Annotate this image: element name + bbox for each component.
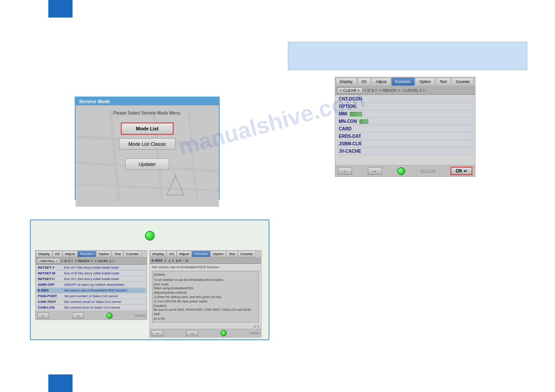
svg-marker-6 — [167, 176, 184, 195]
sp-left-list: INITSET-Y Exe of Y Dev Ass'y initial ins… — [36, 265, 147, 311]
sp-right-tab-counter[interactable]: Counter — [238, 251, 255, 257]
function-panel: Display I/O Adjust Function Option Test … — [335, 77, 475, 177]
sp-erds-value: 1 — [164, 259, 166, 263]
fp-ok-button[interactable]: OK ↵ — [450, 167, 472, 175]
sp-left-tabs: Display I/O Adjust Function Option Test … — [36, 251, 147, 258]
fp-tabs: Display I/O Adjust Function Option Test … — [335, 77, 475, 86]
sp-left-tab-counter[interactable]: Counter — [123, 251, 141, 257]
sp-right-gray-btn[interactable] — [250, 332, 259, 334]
sp-left-tab-option[interactable]: Option — [96, 251, 112, 257]
list-item-erds-dat[interactable]: ERDS-DAT — [337, 133, 473, 140]
fp-left-arrow[interactable]: ← — [338, 167, 352, 175]
sp-left-tab-test[interactable]: Test — [112, 251, 123, 257]
sp-erds-notes: [Details] To set whether to use the Embe… — [152, 271, 259, 323]
tab-adjust[interactable]: Adjust — [372, 78, 391, 86]
fp-right-arrow[interactable]: → — [368, 167, 382, 175]
fp-bottom-bar: ← → OK ↵ — [335, 165, 475, 176]
sp-right-left-arrow[interactable]: ← — [152, 330, 163, 336]
sp-item-initset-m[interactable]: INITSET-M Exe of M Dev Ass'y initial ins… — [36, 271, 146, 276]
list-item-cnt-dcon[interactable]: CNT-DCON — [337, 96, 473, 103]
list-item-card[interactable]: CARD — [337, 126, 473, 133]
sp-gray-btn[interactable] — [135, 315, 145, 316]
level-label: < LEVEL 1 > — [403, 88, 425, 93]
clear-button[interactable]: < CLEAR > — [337, 87, 363, 94]
tab-function[interactable]: Function — [392, 78, 415, 86]
sp-erds-title: Set use/no use of Embedded-RDS function — [152, 265, 259, 269]
fp-list: CNT-DCON OPTION MMI MN-CON CARD ERDS-DAT… — [335, 95, 475, 165]
sp-detail-header: E-RDS 1 -( 1 ){ 0 ~ 1} — [150, 258, 261, 264]
sp-details-text: To set whether to use the Embedded-RDS f… — [154, 278, 257, 321]
sp-left-tab-adjust[interactable]: Adjust — [62, 251, 77, 257]
sp-right-green-dot — [221, 330, 227, 336]
sp-item-pgw-port[interactable]: PGW-PORT Set port number of Sales Co's s… — [36, 294, 146, 299]
service-mode-content: Please Select Service Mode Menu. Mode Li… — [76, 105, 219, 175]
sp-item-initset-y[interactable]: INITSET-Y Exe of Y Dev Ass'y initial ins… — [36, 265, 146, 270]
sp-item-e-rds[interactable]: E-RDS Set use/no use of Embedded-RDS fun… — [36, 288, 146, 293]
sp-left-bottom-bar: ← → — [36, 311, 147, 320]
mode-list-classic-button[interactable]: Mode List Classic — [119, 138, 175, 150]
sp-right-tab-display[interactable]: Display — [150, 251, 167, 257]
sp-green-dot — [106, 313, 112, 319]
list-item-jv-cache[interactable]: JV-CACHE — [337, 148, 473, 155]
sp-item-com-test[interactable]: COM-TEST Dis connect result w/ Sales Co'… — [36, 299, 146, 305]
sp-right-bottom-bar: ← → — [150, 329, 261, 337]
info-box — [288, 42, 527, 70]
tab-io[interactable]: I/O — [358, 78, 371, 86]
sp-left-tab-io[interactable]: I/O — [52, 251, 62, 257]
tab-option[interactable]: Option — [415, 78, 435, 86]
sp-right-tab-option[interactable]: Option — [210, 251, 226, 257]
service-mode-subtitle: Please Select Service Mode Menu. — [113, 111, 181, 115]
sp-right-right-arrow[interactable]: → — [186, 330, 198, 336]
tab-counter[interactable]: Counter — [452, 78, 474, 86]
service-mode-dialog: Service Mode Please Select Service Mode … — [75, 97, 220, 200]
svg-line-5 — [76, 184, 219, 191]
updater-button[interactable]: Updater — [125, 158, 169, 170]
ready-label: < READY > — [380, 88, 400, 93]
sp-erds-range: ){ 0 ~ 1} — [176, 259, 188, 263]
sp-install-label[interactable]: <INSTALL > — [37, 258, 60, 264]
sp-erds-val2: 1 — [172, 259, 174, 263]
mode-list-button[interactable]: Mode List — [121, 122, 174, 135]
sp-detail-body: Set use/no use of Embedded-RDS function … — [150, 264, 261, 324]
tab-test[interactable]: Test — [436, 78, 451, 86]
service-mode-title: Service Mode — [76, 97, 219, 105]
fp-green-dot — [397, 167, 405, 175]
sp-right-tabs: Display I/O Adjust Function Option Test … — [150, 251, 261, 258]
sp-erds-op: -( — [168, 259, 170, 263]
blue-square-bottom — [48, 374, 73, 392]
list-item-option[interactable]: OPTION — [337, 103, 473, 110]
sp-item-ainr-off[interactable]: AINR-OFF ON/OFF of warm-up rotation deac… — [36, 282, 146, 288]
list-item-mmi[interactable]: MMI — [337, 111, 473, 118]
sp-erds-code: E-RDS — [152, 259, 163, 263]
blue-square-top — [48, 0, 73, 18]
sp-item-initset-c[interactable]: INITSET-C Exe of C Dev Ass'y initial ins… — [36, 277, 146, 282]
list-item-jsbm-clr[interactable]: JSBM-CLR — [337, 140, 473, 147]
fp-nav-bar: < CLEAR > < 2/ 3 > < READY > < LEVEL 1 > — [335, 86, 475, 95]
sub-panel-left: Display I/O Adjust Function Option Test … — [35, 250, 147, 320]
sp-right-tab-adjust[interactable]: Adjust — [177, 251, 192, 257]
sub-panel-right: Display I/O Adjust Function Option Test … — [149, 250, 261, 338]
sp-details-label: [Details] — [154, 273, 257, 277]
list-item-mn-con[interactable]: MN-CON — [337, 118, 473, 125]
sp-left-tab-display[interactable]: Display — [36, 251, 52, 257]
sp-right-tab-test[interactable]: Test — [226, 251, 238, 257]
sp-left-nav-bar: <INSTALL > < 2/ 3 > < READY > < LEVEL 1 … — [36, 258, 147, 265]
sp-left-arrow[interactable]: ← — [37, 313, 49, 319]
bp-green-dot — [145, 231, 155, 241]
tab-display[interactable]: Display — [336, 78, 357, 86]
sp-right-tab-io[interactable]: I/O — [167, 251, 177, 257]
page-indicator: < 2/ 3 > — [364, 88, 377, 93]
sp-item-com-log[interactable]: COM-LOG Dis connect error w/ Sales Co's … — [36, 305, 146, 310]
fp-gray-button[interactable] — [421, 170, 435, 173]
sp-page-indicator: 1/ 2 — [150, 324, 261, 329]
sp-right-tab-function[interactable]: Function — [192, 251, 210, 257]
sp-right-arrow[interactable]: → — [72, 313, 84, 319]
sp-left-tab-function[interactable]: Function — [77, 251, 96, 257]
